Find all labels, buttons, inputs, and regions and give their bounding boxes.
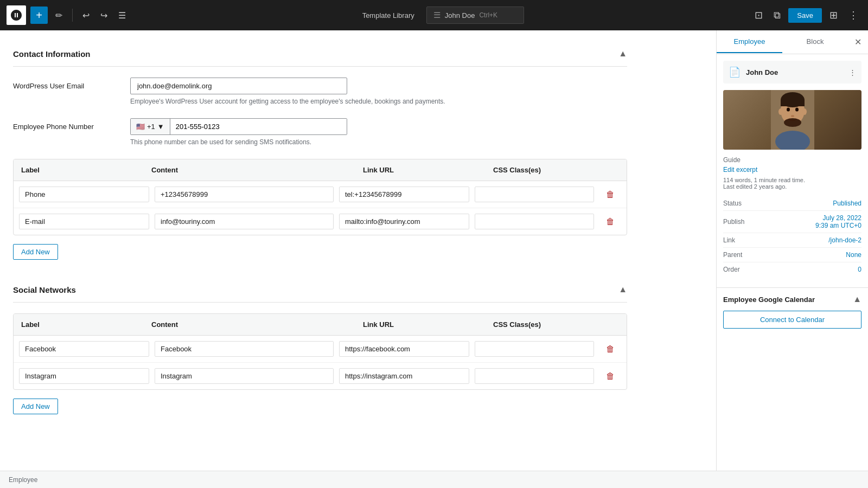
- social-add-new-button[interactable]: Add New: [13, 399, 58, 414]
- calendar-collapse-button[interactable]: ▲: [853, 294, 861, 304]
- social-row2-content-input[interactable]: [155, 368, 334, 384]
- email-label: WordPress User Email: [13, 78, 122, 90]
- avatar-image: [723, 90, 861, 150]
- document-icon: ☰: [433, 10, 441, 20]
- social-data-table: Label Content Link URL CSS Class(es) 🗑: [13, 313, 627, 390]
- bottom-spacer: [13, 414, 627, 436]
- contact-row1-content-input[interactable]: [155, 187, 334, 202]
- contact-info-collapse-button[interactable]: ▲: [618, 49, 627, 59]
- calendar-section-header: Employee Google Calendar ▲: [723, 294, 861, 304]
- dropdown-arrow-icon: ▼: [157, 123, 164, 131]
- social-row2-link-input[interactable]: [339, 368, 469, 384]
- parent-value[interactable]: None: [846, 251, 861, 259]
- menu-button[interactable]: ☰: [115, 7, 129, 24]
- email-help-text: Employee's WordPress User account for ge…: [130, 98, 627, 105]
- employee-avatar: [723, 90, 861, 150]
- status-row: Status Published: [723, 196, 861, 211]
- employee-card-name: John Doe: [746, 68, 778, 76]
- document-title-area[interactable]: ☰ John Doe Ctrl+K: [426, 7, 524, 24]
- contact-row2-delete-button[interactable]: 🗑: [599, 215, 621, 229]
- meta-section: Status Published Publish July 28, 2022 9…: [723, 196, 861, 277]
- email-input[interactable]: [130, 78, 347, 94]
- more-options-icon[interactable]: ⋮: [845, 6, 861, 24]
- social-table-header: Label Content Link URL CSS Class(es): [14, 314, 627, 336]
- external-link-icon[interactable]: ⧉: [770, 7, 784, 24]
- contact-row2-link-input[interactable]: [339, 214, 469, 229]
- social-col-css-header: CSS Class(es): [486, 314, 605, 335]
- phone-number-input[interactable]: [170, 119, 347, 134]
- social-row2-label-input[interactable]: [19, 368, 149, 384]
- save-button[interactable]: Save: [788, 8, 822, 23]
- social-networks-title: Social Networks: [13, 285, 76, 294]
- phone-help-text: This phone number can be used for sendin…: [130, 138, 627, 146]
- employee-more-icon[interactable]: ⋮: [849, 68, 856, 76]
- social-col-link-header: Link URL: [355, 314, 486, 335]
- word-count-text: 114 words, 1 minute read time.: [723, 177, 861, 183]
- phone-code: +1: [147, 123, 155, 131]
- contact-table-row: 🗑: [14, 208, 627, 235]
- link-value[interactable]: /john-doe-2: [828, 236, 861, 244]
- employee-card: 📄 John Doe ⋮: [723, 61, 861, 84]
- social-row1-css-input[interactable]: [475, 341, 594, 357]
- tab-employee[interactable]: Employee: [717, 31, 782, 53]
- contact-row1-link-input[interactable]: [339, 187, 469, 202]
- template-library-button[interactable]: Template Library: [357, 8, 420, 23]
- social-row2-delete-button[interactable]: 🗑: [599, 369, 621, 383]
- social-row1-content-input[interactable]: [155, 341, 334, 357]
- publish-row: Publish July 28, 2022 9:39 am UTC+0: [723, 211, 861, 233]
- preview-icon[interactable]: ⊡: [751, 6, 766, 24]
- social-col-content-header: Content: [144, 314, 355, 335]
- contact-add-new-button[interactable]: Add New: [13, 244, 58, 260]
- svg-rect-3: [781, 100, 805, 106]
- email-field-wrapper: Employee's WordPress User account for ge…: [130, 78, 627, 105]
- last-edited-text: Last edited 2 years ago.: [723, 183, 861, 190]
- shortcut-hint: Ctrl+K: [479, 11, 497, 19]
- parent-label: Parent: [723, 251, 742, 259]
- social-table-row: 🗑: [14, 363, 627, 389]
- sidebar-close-button[interactable]: ✕: [848, 30, 868, 54]
- flag-icon: 🇺🇸: [136, 123, 145, 131]
- contact-row1-label-input[interactable]: [19, 187, 149, 202]
- publish-date[interactable]: July 28, 2022: [823, 214, 861, 222]
- tab-block[interactable]: Block: [782, 31, 848, 53]
- social-row1-label-input[interactable]: [19, 341, 149, 357]
- social-row1-link-input[interactable]: [339, 341, 469, 357]
- phone-flag-selector[interactable]: 🇺🇸 +1 ▼: [131, 119, 170, 134]
- contact-info-title: Contact Information: [13, 49, 91, 59]
- social-table-row: 🗑: [14, 336, 627, 363]
- phone-field-wrapper: 🇺🇸 +1 ▼ This phone number can be used fo…: [130, 118, 627, 146]
- guide-section: Guide Edit excerpt 114 words, 1 minute r…: [723, 156, 861, 190]
- svg-point-7: [802, 108, 807, 115]
- edit-button[interactable]: ✏: [52, 7, 66, 24]
- publish-time[interactable]: 9:39 am UTC+0: [815, 222, 861, 229]
- contact-row2-label-input[interactable]: [19, 214, 149, 229]
- contact-table-header: Label Content Link URL CSS Class(es): [14, 159, 627, 181]
- social-col-action-header: [605, 314, 627, 335]
- order-value[interactable]: 0: [858, 266, 861, 273]
- social-networks-collapse-button[interactable]: ▲: [618, 285, 627, 294]
- calendar-section-title: Employee Google Calendar: [723, 296, 815, 304]
- contact-col-content-header: Content: [144, 159, 355, 181]
- contact-row2-css-input[interactable]: [475, 214, 594, 229]
- contact-col-action-header: [605, 159, 627, 181]
- edit-excerpt-link[interactable]: Edit excerpt: [723, 166, 861, 174]
- main-toolbar: + ✏ ↩ ↪ ☰ Template Library ☰ John Doe Ct…: [0, 0, 868, 30]
- bottom-bar-label: Employee: [9, 476, 37, 484]
- connect-to-calendar-button[interactable]: Connect to Calendar: [723, 311, 861, 329]
- contact-row2-content-input[interactable]: [155, 214, 334, 229]
- add-block-button[interactable]: +: [30, 7, 48, 24]
- settings-icon[interactable]: ⊞: [826, 6, 841, 24]
- status-value[interactable]: Published: [833, 200, 861, 207]
- redo-button[interactable]: ↪: [97, 7, 111, 24]
- phone-form-row: Employee Phone Number 🇺🇸 +1 ▼ This phone…: [13, 118, 627, 146]
- wp-logo[interactable]: [7, 5, 26, 25]
- contact-row1-css-input[interactable]: [475, 187, 594, 202]
- social-row2-css-input[interactable]: [475, 368, 594, 384]
- contact-row1-delete-button[interactable]: 🗑: [599, 188, 621, 202]
- contact-col-label-header: Label: [14, 159, 144, 181]
- undo-button[interactable]: ↩: [79, 7, 93, 24]
- sidebar: Employee Block ✕ 📄 John Doe ⋮: [716, 30, 868, 471]
- sidebar-employee-content: 📄 John Doe ⋮: [717, 54, 868, 287]
- social-row1-delete-button[interactable]: 🗑: [599, 342, 621, 356]
- contact-info-section-header: Contact Information ▲: [13, 41, 627, 67]
